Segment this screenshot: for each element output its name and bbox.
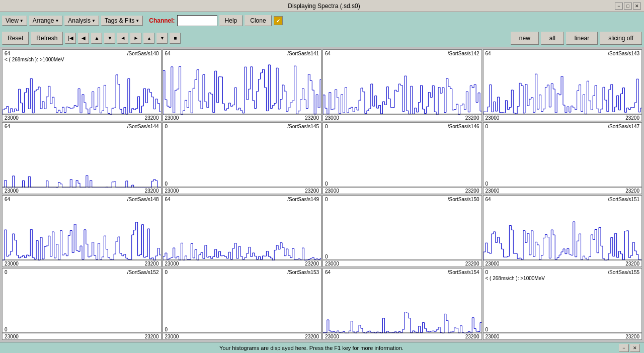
chart-name-s150: /SortSas/s150 bbox=[448, 197, 479, 202]
chart-canvas-s141 bbox=[163, 63, 322, 115]
chart-ymin-s152: 0 bbox=[5, 327, 8, 332]
chart-canvas-s154 bbox=[323, 282, 482, 333]
refresh-button[interactable]: Refresh bbox=[31, 32, 63, 45]
chart-header-s155: 0/SortSas/s155 bbox=[486, 270, 640, 275]
chart-cell-s140[interactable]: 64/SortSas/s140< ( 268ms/ch ): >1000MeV2… bbox=[2, 49, 162, 121]
chart-xmax-s140: 23200 bbox=[145, 115, 159, 121]
chart-cell-s153[interactable]: 0/SortSas/s15302300023200 bbox=[163, 268, 322, 340]
chart-xmin-s155: 23000 bbox=[486, 334, 500, 339]
chart-cell-s151[interactable]: 64/SortSas/s1512300023200 bbox=[483, 195, 642, 267]
chart-cell-s149[interactable]: 64/SortSas/s1492300023200 bbox=[163, 195, 322, 267]
chart-name-s141: /SortSas/s141 bbox=[287, 51, 319, 56]
status-close-button[interactable]: ✕ bbox=[630, 344, 640, 352]
chart-ymin-s153: 0 bbox=[165, 327, 168, 332]
chart-cell-s144[interactable]: 64/SortSas/s1442300023200 bbox=[2, 122, 162, 194]
chart-header-s145: 0/SortSas/s145 bbox=[165, 124, 319, 129]
nav-left-button[interactable]: ◄ bbox=[117, 33, 128, 44]
nav-up-button[interactable]: ▲ bbox=[91, 33, 102, 44]
chart-ymin-s145: 0 bbox=[165, 181, 168, 187]
chart-cell-s147[interactable]: 0/SortSas/s14702300023200 bbox=[483, 122, 642, 194]
chart-ymax-s153: 0 bbox=[165, 270, 168, 275]
nav-square-button[interactable]: ■ bbox=[170, 33, 181, 44]
chart-header-s153: 0/SortSas/s153 bbox=[165, 270, 319, 275]
chart-xmax-s149: 23200 bbox=[305, 261, 319, 267]
chart-canvas-s153 bbox=[163, 282, 322, 333]
menu-tags-fits[interactable]: Tags & Fits ▼ bbox=[101, 16, 143, 26]
chart-canvas-s152 bbox=[3, 282, 162, 333]
chart-xmax-s151: 23200 bbox=[625, 261, 639, 267]
chart-cell-s143[interactable]: 64/SortSas/s1432300023200 bbox=[483, 49, 642, 121]
chart-header-s152: 0/SortSas/s152 bbox=[5, 270, 159, 275]
new-button[interactable]: new bbox=[511, 32, 539, 45]
chart-ymax-s150: 0 bbox=[325, 197, 328, 202]
channel-input[interactable] bbox=[177, 15, 217, 26]
chart-subtitle-s140: < ( 268ms/ch ): >1000MeV bbox=[5, 57, 64, 62]
chart-xmin-s147: 23000 bbox=[486, 188, 500, 194]
chart-xaxis-s150: 2300023200 bbox=[323, 261, 481, 267]
chart-xaxis-s145: 2300023200 bbox=[163, 188, 321, 194]
status-minus-button[interactable]: − bbox=[619, 344, 629, 352]
nav-pageup-button[interactable]: ▴ bbox=[143, 33, 154, 44]
chart-canvas-s147 bbox=[484, 136, 642, 188]
chart-xaxis-s140: 2300023200 bbox=[3, 115, 161, 121]
chart-ymax-s151: 64 bbox=[486, 197, 491, 202]
maximize-button[interactable]: □ bbox=[624, 3, 632, 10]
chart-xmin-s151: 23000 bbox=[486, 261, 500, 267]
chart-cell-s145[interactable]: 0/SortSas/s14502300023200 bbox=[163, 122, 322, 194]
chart-xaxis-s147: 2300023200 bbox=[484, 188, 642, 194]
close-button[interactable]: ✕ bbox=[633, 3, 641, 10]
chart-cell-s148[interactable]: 64/SortSas/s1482300023200 bbox=[2, 195, 162, 267]
chart-cell-s155[interactable]: 0/SortSas/s155< ( 268ms/ch ): >1000MeV02… bbox=[483, 268, 642, 340]
chart-xmin-s144: 23000 bbox=[5, 188, 19, 194]
chart-xaxis-s149: 2300023200 bbox=[163, 261, 321, 267]
chart-ymax-s149: 64 bbox=[165, 197, 171, 202]
menu-analysis[interactable]: Analysis ▼ bbox=[64, 16, 99, 26]
reset-button[interactable]: Reset bbox=[2, 32, 29, 45]
chart-xmin-s148: 23000 bbox=[5, 261, 19, 267]
chart-cell-s154[interactable]: 64/SortSas/s1542300023200 bbox=[323, 268, 482, 340]
clone-button[interactable]: Clone bbox=[245, 15, 271, 26]
menu-arrange[interactable]: Arrange ▼ bbox=[29, 16, 63, 26]
chart-cell-s141[interactable]: 64/SortSas/s1412300023200 bbox=[163, 49, 322, 121]
chart-xaxis-s146: 2300023200 bbox=[323, 188, 481, 194]
chart-cell-s146[interactable]: 0/SortSas/s14602300023200 bbox=[323, 122, 482, 194]
chart-canvas-s144 bbox=[3, 136, 162, 188]
chart-ymin-s147: 0 bbox=[486, 181, 489, 187]
chart-xmax-s155: 23200 bbox=[625, 334, 639, 339]
chart-xmin-s141: 23000 bbox=[165, 115, 179, 121]
chart-ymin-s155: 0 bbox=[486, 327, 489, 332]
chart-canvas-s151 bbox=[484, 209, 642, 260]
nav-pagedown-button[interactable]: ▾ bbox=[156, 33, 168, 44]
chart-ymax-s148: 64 bbox=[5, 197, 10, 202]
chart-name-s149: /SortSas/s149 bbox=[287, 197, 319, 202]
chart-xmin-s146: 23000 bbox=[325, 188, 339, 194]
status-text: Your histograms are displayed here. Pres… bbox=[4, 345, 619, 351]
chart-cell-s142[interactable]: 64/SortSas/s1422300023200 bbox=[323, 49, 482, 121]
slicing-button[interactable]: slicing off bbox=[600, 32, 642, 45]
chart-cell-s150[interactable]: 0/SortSas/s15002300023200 bbox=[323, 195, 482, 267]
window-controls: − □ ✕ bbox=[615, 3, 641, 10]
chart-name-s146: /SortSas/s146 bbox=[448, 124, 479, 129]
chart-xaxis-s154: 2300023200 bbox=[323, 334, 481, 339]
minimize-button[interactable]: − bbox=[615, 3, 623, 10]
chart-cell-s152[interactable]: 0/SortSas/s15202300023200 bbox=[2, 268, 162, 340]
menu-view-label: View bbox=[6, 17, 19, 24]
chart-header-s143: 64/SortSas/s143 bbox=[486, 51, 640, 56]
all-button[interactable]: all bbox=[541, 32, 564, 45]
chart-ymax-s147: 0 bbox=[486, 124, 489, 129]
chart-name-s148: /SortSas/s148 bbox=[127, 197, 159, 202]
chart-xaxis-s143: 2300023200 bbox=[484, 115, 642, 121]
chart-xaxis-s144: 2300023200 bbox=[3, 188, 161, 194]
help-button[interactable]: Help bbox=[219, 15, 243, 26]
nav-right-button[interactable]: ► bbox=[130, 33, 141, 44]
linear-button[interactable]: linear bbox=[566, 32, 598, 45]
nav-first-button[interactable]: |◀ bbox=[65, 33, 76, 44]
chart-xaxis-s155: 2300023200 bbox=[484, 334, 642, 339]
menu-view[interactable]: View ▼ bbox=[2, 16, 27, 26]
nav-prev-button[interactable]: ◀ bbox=[78, 33, 89, 44]
nav-down-button[interactable]: ▼ bbox=[104, 33, 115, 44]
menu-view-arrow: ▼ bbox=[20, 19, 24, 23]
chart-ymax-s155: 0 bbox=[486, 270, 489, 275]
checkbox-gold[interactable]: ✔ bbox=[274, 16, 283, 25]
chart-xmax-s143: 23200 bbox=[625, 115, 639, 121]
